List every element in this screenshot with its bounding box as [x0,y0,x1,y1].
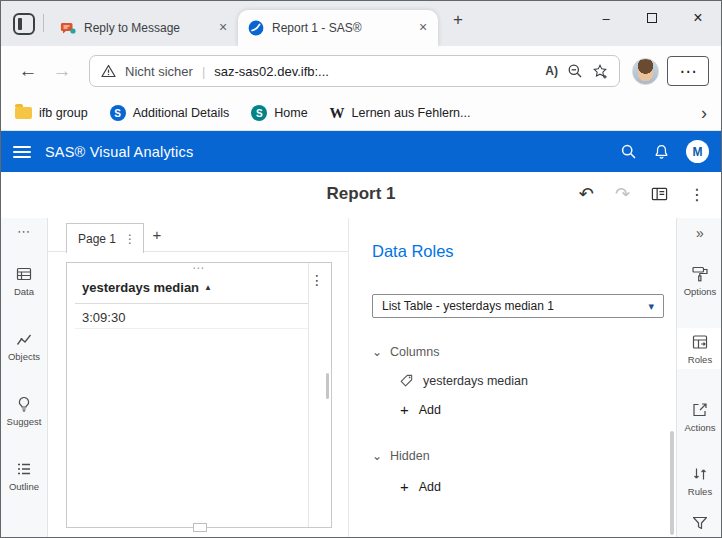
list-table-object[interactable]: ⋯ ⋮ yesterdays median▲ 3:09:30 [66,262,332,528]
object-drag-handle-icon[interactable]: ⋯ [67,263,331,274]
outline-list-icon [1,459,47,478]
hidden-section-header[interactable]: ⌄ Hidden [372,449,430,463]
address-separator: | [202,64,205,79]
left-rail: ⋯ Data Objects Suggest Outline [1,218,48,538]
add-column-button[interactable]: + Add [400,402,441,417]
sidebar-item-data[interactable]: Data [1,260,47,301]
browser-menu-button[interactable]: ⋯ [667,56,709,86]
sharepoint-icon: S [251,105,267,121]
favorite-star-icon[interactable] [592,63,608,79]
role-item-label: yesterdays median [423,374,528,388]
chat-message-icon [60,20,76,36]
sidebar-item-objects[interactable]: Objects [1,325,47,366]
category-tag-icon [399,373,414,388]
close-window-button[interactable]: × [675,1,721,35]
object-selector-dropdown[interactable]: List Table - yesterdays median 1 ▾ [372,294,664,318]
warning-icon [101,64,116,78]
dropdown-caret-icon: ▾ [648,300,654,313]
sidebar-item-actions[interactable]: Actions [677,396,722,437]
right-rail: » Options Roles Actions Rules [676,218,722,538]
add-label: Add [419,480,441,494]
left-rail-menu-icon[interactable]: ⋯ [1,224,47,239]
new-tab-button[interactable]: + [448,10,468,30]
columns-section-header[interactable]: ⌄ Columns [372,345,439,359]
table-cell-value: 3:09:30 [82,310,125,325]
browser-window: Reply to Message × Report 1 - SAS® × + –… [0,0,722,538]
app-title: SAS® Visual Analytics [45,144,193,160]
add-page-button[interactable]: + [147,226,167,243]
hamburger-menu-icon[interactable] [13,146,31,158]
chevron-down-icon: ⌄ [372,450,382,462]
close-tab-icon[interactable]: × [214,19,232,37]
roles-icon [677,332,722,351]
sidebar-item-label: Suggest [1,416,47,427]
tab-title: Reply to Message [84,21,210,35]
object-menu-icon[interactable]: ⋮ [310,272,324,288]
folder-icon [15,107,32,119]
row-divider [75,328,308,329]
minimize-button[interactable]: – [583,1,629,35]
back-button[interactable]: ← [13,60,43,82]
sidebar-item-roles[interactable]: Roles [677,328,722,369]
favorite-lernen[interactable]: W Lernen aus Fehlern... [330,105,471,122]
page-tab-strip: Page 1 ⋮ + [48,218,348,252]
address-bar[interactable]: Nicht sicher | saz-sas02.dev.ifb:... A) [89,55,620,87]
plus-icon: + [400,402,409,417]
data-roles-panel: Data Roles List Table - yesterdays media… [348,218,676,538]
column-header[interactable]: yesterdays median▲ [82,280,212,295]
read-aloud-icon[interactable]: A) [545,64,558,78]
browser-tab-reply[interactable]: Reply to Message × [50,10,238,46]
close-tab-icon[interactable]: × [414,19,432,37]
favorites-overflow-chevron[interactable]: › [701,104,707,122]
maximize-button[interactable] [629,1,675,35]
tab-strip-separator [43,14,44,32]
browser-tab-report[interactable]: Report 1 - SAS® × [238,10,438,46]
workspaces-icon[interactable] [13,13,35,35]
sidebar-item-label: Rules [677,486,722,497]
report-title-bar: Report 1 ↶ ↷ ⋮ [1,172,721,218]
data-table-icon [1,264,47,283]
security-label[interactable]: Nicht sicher [125,64,193,79]
browser-tab-strip: Reply to Message × Report 1 - SAS® × + –… [1,1,721,46]
user-avatar[interactable]: M [686,140,709,163]
report-actions: ↶ ↷ ⋮ [579,183,705,205]
favorite-label: Lernen aus Fehlern... [352,106,471,120]
sidebar-item-options[interactable]: Options [677,260,722,301]
section-label: Hidden [390,449,430,463]
add-hidden-button[interactable]: + Add [400,479,441,494]
add-label: Add [419,403,441,417]
sidebar-item-label: Outline [1,481,47,492]
canvas-area: Page 1 ⋮ + ⋯ ⋮ yesterdays median▲ 3:09:3… [48,218,348,538]
favorite-ifb-group[interactable]: ifb group [15,106,88,120]
favorite-home[interactable]: S Home [251,105,307,121]
filters-funnel-icon[interactable] [677,514,722,532]
favorite-label: Additional Details [133,106,230,120]
redo-icon: ↷ [615,183,630,205]
line-chart-icon [1,329,47,348]
sidebar-item-suggest[interactable]: Suggest [1,390,47,431]
object-resize-notch[interactable] [193,523,207,532]
undo-icon[interactable]: ↶ [579,183,594,205]
paint-roller-icon [677,264,722,283]
page-tab-active[interactable]: Page 1 ⋮ [66,223,144,253]
chevron-down-icon: ⌄ [372,346,382,358]
favorite-additional-details[interactable]: S Additional Details [110,105,230,121]
sidebar-item-label: Objects [1,351,47,362]
sidebar-item-label: Actions [677,422,722,433]
sidebar-item-rules[interactable]: Rules [677,460,722,501]
object-vertical-scrollbar[interactable] [326,373,329,399]
report-view-icon[interactable] [651,186,668,202]
favorite-label: Home [274,106,307,120]
favorites-bar: ifb group S Additional Details S Home W … [1,96,721,131]
profile-avatar[interactable] [632,58,659,85]
zoom-out-icon[interactable] [567,63,583,79]
panel-scrollbar-thumb[interactable] [670,431,674,535]
search-icon[interactable] [620,143,637,160]
notifications-bell-icon[interactable] [653,143,670,160]
report-menu-icon[interactable]: ⋮ [689,185,705,204]
collapse-panel-icon[interactable]: » [677,225,722,241]
page-menu-icon[interactable]: ⋮ [124,232,136,246]
sidebar-item-outline[interactable]: Outline [1,455,47,496]
window-controls: – × [583,1,721,35]
role-item-yesterdays-median[interactable]: yesterdays median [399,373,528,388]
